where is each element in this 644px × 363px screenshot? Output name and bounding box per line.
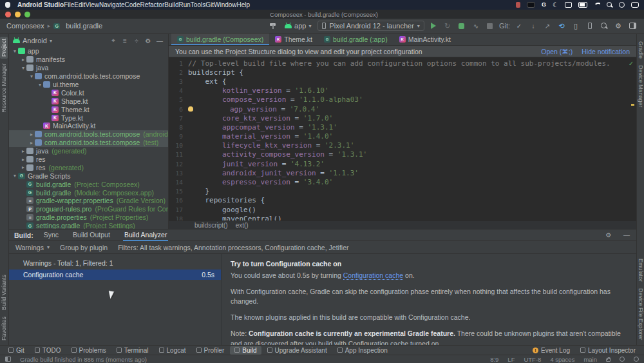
menu-item[interactable]: Navigate <box>99 1 124 8</box>
progress-icon[interactable] <box>634 357 639 362</box>
tree-chevron-icon[interactable]: ▾ <box>20 65 26 71</box>
display-icon[interactable] <box>565 2 572 8</box>
code-line[interactable]: 14 espresso_version = '3.4.0' <box>169 177 636 186</box>
tree-chevron-icon[interactable]: ▾ <box>28 74 35 79</box>
project-tree-item[interactable]: ▸ com.android.tools.test.compose (androi… <box>9 130 168 139</box>
user-switcher-icon[interactable] <box>619 2 625 8</box>
filters-summary[interactable]: Filters: All task warnings, Annotation p… <box>118 244 348 251</box>
toolwindow-layout-icon[interactable] <box>627 21 638 31</box>
project-tree-item[interactable]: ≡ gradle-wrapper.properties (Gradle Vers… <box>9 197 168 205</box>
code-editor[interactable]: ✓ 1 // Top-level build file where you ca… <box>169 57 636 221</box>
code-line[interactable]: 3 ext { <box>169 77 636 86</box>
editor-tab[interactable]: K Theme.kt <box>269 34 318 45</box>
menu-item[interactable]: Git <box>205 1 214 8</box>
project-tree-item[interactable]: ≡ gradle.properties (Project Properties) <box>9 213 168 222</box>
gradle-sync-icon[interactable]: ⟲ <box>556 21 567 31</box>
code-line[interactable]: 5 compose_version = '1.1.0-alpha03' <box>169 95 636 104</box>
encoding-indicator[interactable]: UTF-8 <box>524 356 541 363</box>
project-tree-item[interactable]: G build.gradle (Module: Composeex.app) <box>9 188 168 197</box>
minimize-panel-icon[interactable]: — <box>622 231 631 239</box>
project-tree-item[interactable]: K Theme.kt <box>9 105 168 113</box>
project-tree-item[interactable]: ▸ res <box>9 155 168 164</box>
tool-window-button[interactable]: Logcat <box>155 346 191 355</box>
project-tree-item[interactable]: K MainActivity.kt <box>9 122 168 130</box>
group-by-plugin-toggle[interactable]: Group by plugin <box>60 244 108 251</box>
menu-item[interactable]: Tools <box>191 1 205 8</box>
configuration-cache-link[interactable]: Configuration cache <box>343 271 403 280</box>
notifications-icon[interactable] <box>620 357 625 362</box>
warning-stripe-mark[interactable] <box>631 104 634 106</box>
tree-chevron-icon[interactable]: ▸ <box>20 148 26 154</box>
spotlight-icon[interactable] <box>607 2 612 8</box>
project-view-selector[interactable]: Android <box>23 37 47 44</box>
breadcrumb-element[interactable]: buildscript() <box>194 222 228 229</box>
tool-stripe-button[interactable]: Resource Manager <box>0 61 8 115</box>
git-update-icon[interactable]: ✓ <box>514 21 524 31</box>
tool-window-button[interactable]: Git <box>4 346 29 355</box>
tool-stripe-button[interactable]: Device File Explorer <box>637 286 644 342</box>
project-tree-item[interactable]: ▸ java (generated) <box>9 147 168 155</box>
editor-tab[interactable]: K MainActivity.kt <box>393 34 457 45</box>
device-selector-dropdown[interactable]: Pixel Android 12 - launcher ▾ <box>317 21 424 31</box>
collapse-all-icon[interactable]: ÷ <box>132 37 141 44</box>
code-line[interactable]: 17 google() <box>169 205 636 214</box>
line-ending-indicator[interactable]: LF <box>507 356 515 363</box>
tree-chevron-icon[interactable]: ▾ <box>12 173 18 179</box>
tree-chevron-icon[interactable]: ▸ <box>28 132 35 137</box>
menu-item[interactable]: Refactor <box>140 1 164 8</box>
menu-item[interactable]: Window <box>214 1 237 8</box>
code-line[interactable]: 1 // Top-level build file where you can … <box>169 59 636 68</box>
tool-stripe-button[interactable]: Project <box>0 37 8 59</box>
keyboard-icon[interactable] <box>527 2 535 8</box>
intention-bulb-icon[interactable] <box>188 106 193 112</box>
tree-chevron-icon[interactable]: ▾ <box>37 82 43 88</box>
tool-window-button[interactable]: Build <box>230 346 261 355</box>
menu-item[interactable]: Android Studio <box>17 1 64 8</box>
git-push-icon[interactable]: ↗ <box>542 21 553 31</box>
project-tree-item[interactable]: K Shape.kt <box>9 97 168 105</box>
breadcrumb-project[interactable]: Composeex <box>6 22 44 30</box>
build-hammer-icon[interactable] <box>268 21 278 31</box>
inspections-ok-icon[interactable]: ✓ <box>629 59 633 68</box>
tree-chevron-icon[interactable]: ▸ <box>20 164 26 170</box>
tree-chevron-icon[interactable]: ▸ <box>20 157 26 162</box>
wifi-icon[interactable] <box>594 3 600 8</box>
menu-item[interactable]: Code <box>125 1 140 8</box>
debug-icon[interactable] <box>457 21 467 31</box>
menu-item[interactable]: Help <box>237 1 251 8</box>
readonly-lock-icon[interactable] <box>606 358 611 362</box>
tree-chevron-icon[interactable]: ▸ <box>20 57 26 63</box>
locate-file-icon[interactable]: ⌖ <box>109 37 118 44</box>
breadcrumb-element[interactable]: ext() <box>236 222 249 229</box>
project-tree-item[interactable]: K Type.kt <box>9 113 168 122</box>
code-line[interactable]: 10 lifecycle_ktx_version = '2.3.1' <box>169 141 636 150</box>
code-line[interactable]: 8 appcompat_version = '1.3.1' <box>169 123 636 132</box>
panel-settings-gear-icon[interactable]: ⚙ <box>144 37 153 44</box>
google-icon[interactable]: G <box>542 2 546 8</box>
project-tree-item[interactable]: K Color.kt <box>9 88 168 97</box>
tree-chevron-icon[interactable]: ▸ <box>28 140 35 146</box>
menu-item[interactable]: Edit <box>74 1 85 8</box>
git-branch-indicator[interactable]: main <box>583 356 597 363</box>
project-tree-item[interactable]: ▾ app <box>9 47 168 55</box>
battery-icon[interactable] <box>578 2 587 8</box>
apply-changes-icon[interactable]: ↻ <box>442 21 453 31</box>
project-tree-item[interactable]: P proguard-rules.pro (ProGuard Rules for… <box>9 205 168 213</box>
warnings-dropdown[interactable]: Warnings ▾ <box>15 244 50 251</box>
caret-position[interactable]: 8:9 <box>490 356 498 363</box>
code-line[interactable]: 6 agp_version = '7.0.4' <box>169 104 636 113</box>
menu-item[interactable]: Build <box>164 1 178 8</box>
toolwindow-toggle-icon[interactable] <box>5 357 11 362</box>
project-tree-item[interactable]: ▾ G Gradle Scripts <box>9 172 168 180</box>
expand-all-icon[interactable]: ≡ <box>120 37 129 44</box>
code-line[interactable]: 12 junit_version = '4.13.2' <box>169 159 636 168</box>
layout-inspector-button[interactable]: Layout Inspector <box>576 346 640 355</box>
tool-window-button[interactable]: App Inspection <box>333 346 392 355</box>
code-line[interactable]: 11 activity_compose_version = '1.3.1' <box>169 150 636 159</box>
settings-gear-icon[interactable]: ⚙ <box>613 21 623 31</box>
profiler-icon[interactable]: ∿ <box>471 21 481 31</box>
breadcrumb-file[interactable]: build.gradle <box>66 22 102 30</box>
tool-window-button[interactable]: Profiler <box>192 346 229 355</box>
minimize-window-button[interactable] <box>15 12 21 17</box>
code-line[interactable]: 9 material_version = '1.4.0' <box>169 132 636 141</box>
